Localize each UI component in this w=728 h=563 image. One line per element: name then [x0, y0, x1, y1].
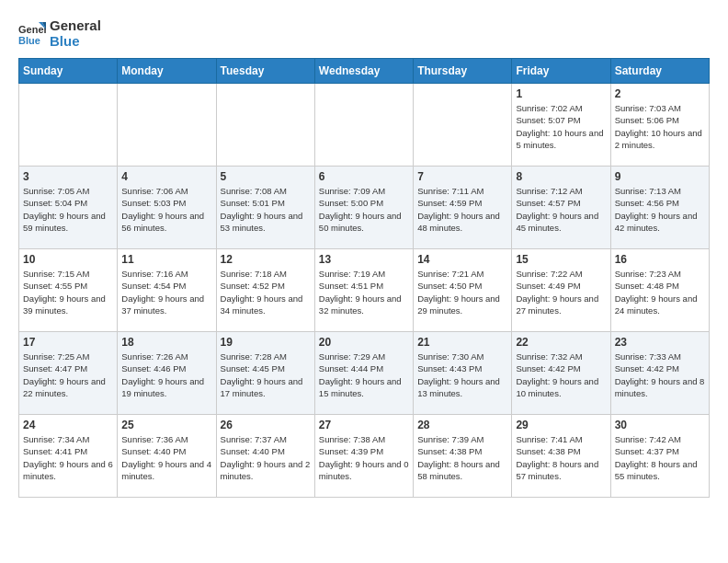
calendar-cell: 1Sunrise: 7:02 AMSunset: 5:07 PMDaylight…: [512, 84, 610, 167]
weekday-header-tuesday: Tuesday: [216, 59, 314, 84]
day-info: Sunrise: 7:05 AMSunset: 5:04 PMDaylight:…: [23, 185, 113, 234]
calendar-cell: 7Sunrise: 7:11 AMSunset: 4:59 PMDaylight…: [414, 167, 512, 249]
day-info: Sunrise: 7:37 AMSunset: 4:40 PMDaylight:…: [221, 433, 311, 482]
calendar-cell: 26Sunrise: 7:37 AMSunset: 4:40 PMDayligh…: [216, 415, 314, 498]
calendar-cell: 24Sunrise: 7:34 AMSunset: 4:41 PMDayligh…: [19, 415, 118, 498]
day-info: Sunrise: 7:34 AMSunset: 4:41 PMDaylight:…: [23, 433, 113, 482]
calendar-cell: 5Sunrise: 7:08 AMSunset: 5:01 PMDaylight…: [216, 167, 314, 249]
calendar-cell: [19, 84, 118, 167]
calendar-cell: 6Sunrise: 7:09 AMSunset: 5:00 PMDaylight…: [314, 167, 413, 249]
day-info: Sunrise: 7:18 AMSunset: 4:52 PMDaylight:…: [221, 268, 311, 316]
logo: General Blue General Blue: [18, 18, 101, 49]
day-number: 24: [23, 419, 113, 431]
day-number: 18: [121, 336, 211, 349]
day-number: 14: [417, 253, 507, 266]
day-number: 26: [221, 419, 311, 431]
day-info: Sunrise: 7:32 AMSunset: 4:42 PMDaylight:…: [516, 350, 606, 399]
calendar-cell: 9Sunrise: 7:13 AMSunset: 4:56 PMDaylight…: [610, 167, 709, 249]
day-info: Sunrise: 7:38 AMSunset: 4:39 PMDaylight:…: [319, 433, 409, 482]
calendar-cell: [314, 84, 413, 167]
day-number: 7: [417, 170, 507, 183]
calendar-week-row: 1Sunrise: 7:02 AMSunset: 5:07 PMDaylight…: [19, 84, 710, 167]
day-info: Sunrise: 7:33 AMSunset: 4:42 PMDaylight:…: [615, 350, 705, 399]
day-info: Sunrise: 7:22 AMSunset: 4:49 PMDaylight:…: [516, 268, 606, 316]
day-number: 13: [319, 253, 409, 266]
day-info: Sunrise: 7:36 AMSunset: 4:40 PMDaylight:…: [121, 433, 211, 482]
day-number: 2: [615, 87, 705, 100]
calendar-cell: 21Sunrise: 7:30 AMSunset: 4:43 PMDayligh…: [414, 332, 512, 415]
day-info: Sunrise: 7:09 AMSunset: 5:00 PMDaylight:…: [319, 185, 409, 234]
day-info: Sunrise: 7:11 AMSunset: 4:59 PMDaylight:…: [417, 185, 507, 234]
day-info: Sunrise: 7:13 AMSunset: 4:56 PMDaylight:…: [615, 185, 705, 234]
day-number: 5: [221, 170, 311, 183]
weekday-header-friday: Friday: [512, 59, 610, 84]
calendar-cell: [414, 84, 512, 167]
calendar-cell: 30Sunrise: 7:42 AMSunset: 4:37 PMDayligh…: [610, 415, 709, 498]
day-info: Sunrise: 7:25 AMSunset: 4:47 PMDaylight:…: [23, 350, 113, 399]
calendar-week-row: 24Sunrise: 7:34 AMSunset: 4:41 PMDayligh…: [19, 415, 710, 498]
day-info: Sunrise: 7:42 AMSunset: 4:37 PMDaylight:…: [615, 433, 705, 482]
weekday-header-saturday: Saturday: [610, 59, 709, 84]
calendar-cell: 8Sunrise: 7:12 AMSunset: 4:57 PMDaylight…: [512, 167, 610, 249]
calendar-cell: 10Sunrise: 7:15 AMSunset: 4:55 PMDayligh…: [19, 249, 118, 332]
day-info: Sunrise: 7:41 AMSunset: 4:38 PMDaylight:…: [516, 433, 606, 482]
day-info: Sunrise: 7:30 AMSunset: 4:43 PMDaylight:…: [417, 350, 507, 399]
day-number: 10: [23, 253, 113, 266]
calendar-cell: 19Sunrise: 7:28 AMSunset: 4:45 PMDayligh…: [216, 332, 314, 415]
calendar-cell: 3Sunrise: 7:05 AMSunset: 5:04 PMDaylight…: [19, 167, 118, 249]
calendar-week-row: 10Sunrise: 7:15 AMSunset: 4:55 PMDayligh…: [19, 249, 710, 332]
calendar-week-row: 17Sunrise: 7:25 AMSunset: 4:47 PMDayligh…: [19, 332, 710, 415]
day-number: 11: [121, 253, 211, 266]
day-number: 23: [615, 336, 705, 349]
day-info: Sunrise: 7:28 AMSunset: 4:45 PMDaylight:…: [221, 350, 311, 399]
day-number: 8: [516, 170, 606, 183]
calendar-cell: 20Sunrise: 7:29 AMSunset: 4:44 PMDayligh…: [314, 332, 413, 415]
day-number: 25: [121, 419, 211, 431]
calendar-cell: 11Sunrise: 7:16 AMSunset: 4:54 PMDayligh…: [118, 249, 216, 332]
day-info: Sunrise: 7:12 AMSunset: 4:57 PMDaylight:…: [516, 185, 606, 234]
day-number: 12: [221, 253, 311, 266]
calendar-cell: 17Sunrise: 7:25 AMSunset: 4:47 PMDayligh…: [19, 332, 118, 415]
day-info: Sunrise: 7:16 AMSunset: 4:54 PMDaylight:…: [121, 268, 211, 316]
day-number: 22: [516, 336, 606, 349]
calendar-cell: 4Sunrise: 7:06 AMSunset: 5:03 PMDaylight…: [118, 167, 216, 249]
day-info: Sunrise: 7:19 AMSunset: 4:51 PMDaylight:…: [319, 268, 409, 316]
calendar-cell: 14Sunrise: 7:21 AMSunset: 4:50 PMDayligh…: [414, 249, 512, 332]
day-number: 21: [417, 336, 507, 349]
calendar-cell: 15Sunrise: 7:22 AMSunset: 4:49 PMDayligh…: [512, 249, 610, 332]
logo-general: General: [50, 18, 101, 34]
day-number: 6: [319, 170, 409, 183]
page-header: General Blue General Blue: [18, 18, 710, 49]
day-number: 30: [615, 419, 705, 431]
day-number: 1: [516, 87, 606, 100]
calendar-cell: 23Sunrise: 7:33 AMSunset: 4:42 PMDayligh…: [610, 332, 709, 415]
day-number: 17: [23, 336, 113, 349]
day-number: 16: [615, 253, 705, 266]
calendar-cell: 12Sunrise: 7:18 AMSunset: 4:52 PMDayligh…: [216, 249, 314, 332]
calendar-cell: 29Sunrise: 7:41 AMSunset: 4:38 PMDayligh…: [512, 415, 610, 498]
day-number: 4: [121, 170, 211, 183]
calendar-cell: [118, 84, 216, 167]
day-info: Sunrise: 7:39 AMSunset: 4:38 PMDaylight:…: [417, 433, 507, 482]
day-number: 27: [319, 419, 409, 431]
calendar-cell: 2Sunrise: 7:03 AMSunset: 5:06 PMDaylight…: [610, 84, 709, 167]
day-info: Sunrise: 7:08 AMSunset: 5:01 PMDaylight:…: [221, 185, 311, 234]
day-info: Sunrise: 7:26 AMSunset: 4:46 PMDaylight:…: [121, 350, 211, 399]
calendar-cell: [216, 84, 314, 167]
weekday-header-sunday: Sunday: [19, 59, 118, 84]
logo-icon: General Blue: [18, 20, 46, 48]
day-number: 20: [319, 336, 409, 349]
calendar-cell: 28Sunrise: 7:39 AMSunset: 4:38 PMDayligh…: [414, 415, 512, 498]
day-info: Sunrise: 7:06 AMSunset: 5:03 PMDaylight:…: [121, 185, 211, 234]
weekday-header-thursday: Thursday: [414, 59, 512, 84]
day-number: 15: [516, 253, 606, 266]
calendar-header-row: SundayMondayTuesdayWednesdayThursdayFrid…: [19, 59, 710, 84]
svg-text:General: General: [18, 24, 46, 35]
calendar-cell: 25Sunrise: 7:36 AMSunset: 4:40 PMDayligh…: [118, 415, 216, 498]
day-info: Sunrise: 7:02 AMSunset: 5:07 PMDaylight:…: [516, 102, 606, 151]
calendar-cell: 18Sunrise: 7:26 AMSunset: 4:46 PMDayligh…: [118, 332, 216, 415]
weekday-header-wednesday: Wednesday: [314, 59, 413, 84]
day-info: Sunrise: 7:15 AMSunset: 4:55 PMDaylight:…: [23, 268, 113, 316]
calendar-week-row: 3Sunrise: 7:05 AMSunset: 5:04 PMDaylight…: [19, 167, 710, 249]
day-number: 29: [516, 419, 606, 431]
